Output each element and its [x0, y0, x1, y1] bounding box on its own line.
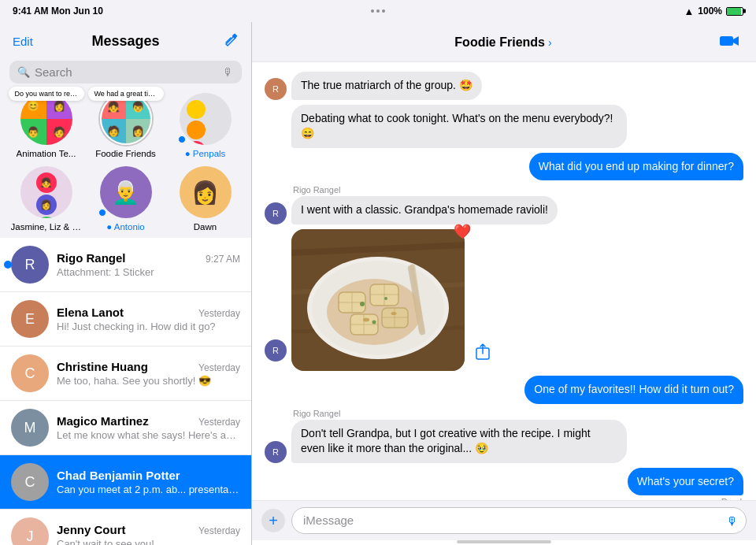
msg-content-1: The true matriarch of the group. 🤩: [291, 72, 482, 100]
conv-name-magico: Magico Martinez: [57, 414, 149, 428]
wifi-icon: ▲: [684, 6, 694, 17]
search-mic-icon[interactable]: 🎙: [223, 66, 234, 79]
conv-content-elena: Elena Lanot Yesterday Hi! Just checking …: [57, 306, 240, 332]
avatar-chad: C: [11, 463, 49, 501]
svg-point-25: [372, 320, 376, 324]
conv-content-christine: Christine Huang Yesterday Me too, haha. …: [57, 360, 240, 387]
conv-preview-rigo: Attachment: 1 Sticker: [57, 266, 240, 278]
message-row-6: One of my favorites!! How did it turn ou…: [265, 376, 743, 404]
msg-bubble-3: What did you end up making for dinner?: [529, 153, 743, 181]
messages-list-panel: Edit Messages 🔍 Search 🎙: [0, 22, 252, 545]
avatar-rigo: R: [11, 246, 49, 284]
chat-chevron-icon: ›: [548, 36, 552, 49]
msg-bubble-4b: I went with a classic. Grandpa's homemad…: [291, 196, 558, 224]
pinned-foodie-friends[interactable]: We had a great time. Home with... 👧 👦 🧑 …: [91, 93, 161, 158]
pinned-label-animation: Animation Te...: [17, 149, 76, 158]
input-bar: + iMessage 🎙: [252, 500, 756, 540]
pinned-antonio[interactable]: 👨‍🦳 ● Antonio: [91, 166, 161, 232]
msg-content-2: Debating what to cook tonight. What's on…: [291, 105, 627, 148]
pinned-section: Do you want to review all the rend... 😊 …: [0, 90, 251, 238]
search-placeholder: Search: [35, 65, 218, 79]
pinned-avatar-jasmine: 👧 👩 👨: [20, 166, 72, 218]
pinned-label-penpals: ● Penpals: [185, 149, 226, 158]
msg-content-7: Rigo Rangel Don't tell Grandpa, but I go…: [291, 409, 627, 463]
conv-christine-huang[interactable]: C Christine Huang Yesterday Me too, haha…: [0, 347, 251, 401]
conv-elena-lanot[interactable]: E Elena Lanot Yesterday Hi! Just checkin…: [0, 292, 251, 347]
conv-magico-martinez[interactable]: M Magico Martinez Yesterday Let me know …: [0, 401, 251, 455]
conv-preview-christine: Me too, haha. See you shortly! 😎: [57, 375, 240, 387]
plus-icon: +: [269, 513, 278, 528]
conv-content-rigo: Rigo Rangel 9:27 AM Attachment: 1 Sticke…: [57, 251, 240, 278]
avatar-elena: E: [11, 300, 49, 338]
search-bar[interactable]: 🔍 Search 🎙: [9, 61, 242, 83]
pinned-animation-team[interactable]: Do you want to review all the rend... 😊 …: [11, 93, 82, 158]
conv-time-elena: Yesterday: [198, 308, 240, 319]
pinned-dawn[interactable]: 👩 Dawn: [170, 166, 241, 232]
conv-content-chad: Chad Benjamin Potter Can you meet at 2 p…: [57, 469, 240, 495]
heart-reaction: ❤️: [454, 223, 471, 240]
pinned-avatar-penpals: [180, 93, 232, 145]
chat-header: Foodie Friends ›: [252, 22, 756, 62]
conv-chad-potter[interactable]: C Chad Benjamin Potter Can you meet at 2…: [0, 455, 251, 510]
compose-button[interactable]: [207, 32, 239, 51]
svg-point-24: [384, 297, 387, 300]
conv-preview-jenny: Can't wait to see you!: [57, 538, 240, 545]
message-row-4: R Rigo Rangel I went with a classic. Gra…: [265, 185, 743, 224]
conv-name-christine: Christine Huang: [57, 360, 148, 373]
app-container: Edit Messages 🔍 Search 🎙: [0, 22, 756, 545]
pinned-top-row: Do you want to review all the rend... 😊 …: [6, 93, 245, 158]
input-mic-icon[interactable]: 🎙: [726, 514, 738, 528]
conv-name-elena: Elena Lanot: [57, 306, 124, 319]
conv-content-jenny: Jenny Court Yesterday Can't wait to see …: [57, 523, 240, 545]
ravioli-image[interactable]: [291, 229, 465, 371]
pinned-avatar-antonio: 👨‍🦳: [100, 166, 152, 218]
conv-time-jenny: Yesterday: [198, 525, 240, 536]
svg-point-27: [391, 312, 397, 315]
edit-button[interactable]: Edit: [13, 35, 44, 48]
conv-preview-chad: Can you meet at 2 p.m. ab... presentatio…: [57, 484, 240, 495]
pinned-jasmine[interactable]: 👧 👩 👨 Jasmine, Liz & Rigo: [11, 166, 82, 232]
chat-title: Foodie Friends: [454, 35, 545, 50]
conv-time-christine: Yesterday: [198, 362, 240, 373]
pinned-bottom-row: 👧 👩 👨 Jasmine, Liz & Rigo 👨‍🦳: [6, 166, 245, 232]
conv-rigo-rangel[interactable]: R Rigo Rangel 9:27 AM Attachment: 1 Stic…: [0, 238, 251, 292]
messages-title: Messages: [44, 33, 207, 50]
msg-avatar-1: R: [265, 78, 287, 100]
pinned-preview-animation: Do you want to review all the rend...: [9, 87, 84, 101]
conv-time-magico: Yesterday: [198, 417, 240, 428]
message-row-7: R Rigo Rangel Don't tell Grandpa, but I …: [265, 409, 743, 463]
msg-bubble-1: The true matriarch of the group. 🤩: [291, 72, 482, 100]
msg-bubble-2: Debating what to cook tonight. What's on…: [291, 105, 627, 148]
msg-content-8: What's your secret? Read: [628, 468, 743, 500]
msg-content-3: What did you end up making for dinner?: [529, 153, 743, 181]
home-indicator: [457, 540, 551, 543]
status-indicators: ▲ 100%: [684, 6, 743, 17]
antonio-unread-dot: [98, 209, 106, 217]
battery-icon: 100%: [698, 6, 722, 17]
video-call-button[interactable]: [717, 30, 743, 55]
conversation-list: R Rigo Rangel 9:27 AM Attachment: 1 Stic…: [0, 238, 251, 545]
message-input[interactable]: iMessage 🎙: [291, 507, 747, 534]
msg-content-6: One of my favorites!! How did it turn ou…: [524, 376, 743, 404]
message-row-1: R The true matriarch of the group. 🤩: [265, 72, 743, 100]
share-button[interactable]: [476, 343, 490, 365]
chat-title-wrap[interactable]: Foodie Friends ›: [454, 35, 551, 50]
svg-point-26: [363, 317, 369, 321]
penpals-unread-dot: [178, 135, 186, 143]
msg-bubble-7: Don't tell Grandpa, but I got creative w…: [291, 420, 627, 463]
pinned-label-antonio: ● Antonio: [106, 222, 145, 232]
msg-bubble-6: One of my favorites!! How did it turn ou…: [524, 376, 743, 404]
msg-image-container: ❤️: [291, 229, 465, 371]
msg-sender-4: Rigo Rangel: [293, 185, 558, 195]
msg-sender-7: Rigo Rangel: [293, 409, 627, 418]
pinned-label-foodie: Foodie Friends: [95, 149, 156, 158]
avatar-jenny: J: [11, 517, 49, 545]
conv-preview-magico: Let me know what she says! Here's anothe…: [57, 429, 240, 441]
input-placeholder: iMessage: [303, 507, 354, 534]
add-attachment-button[interactable]: +: [261, 509, 285, 532]
notch-dots: [371, 0, 385, 22]
message-row-8: What's your secret? Read: [265, 468, 743, 500]
svg-point-23: [360, 302, 365, 306]
conv-jenny-court[interactable]: J Jenny Court Yesterday Can't wait to se…: [0, 510, 251, 545]
pinned-penpals[interactable]: ● Penpals: [170, 93, 241, 158]
